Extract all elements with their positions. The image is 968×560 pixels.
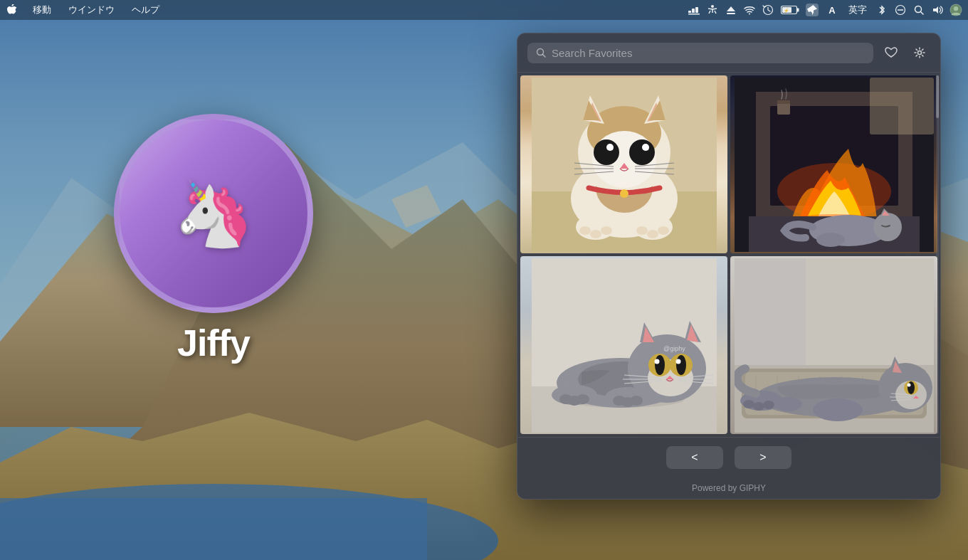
svg-point-101 xyxy=(654,359,659,364)
svg-rect-12 xyxy=(695,7,698,13)
do-not-disturb-icon[interactable] xyxy=(894,4,907,16)
svg-rect-6 xyxy=(0,498,427,560)
powered-by-footer: Powered by GIPHY xyxy=(517,477,940,499)
menubar-left: 移動 ウインドウ ヘルプ xyxy=(6,2,162,18)
menu-item-window[interactable]: ウインドウ xyxy=(65,2,117,18)
eject-icon[interactable] xyxy=(725,4,737,16)
nav-bar: < > xyxy=(517,437,940,477)
battery-icon[interactable]: ⚡ xyxy=(780,4,800,16)
prev-page-button[interactable]: < xyxy=(666,446,723,469)
svg-point-51 xyxy=(645,147,648,150)
svg-point-29 xyxy=(954,6,958,11)
svg-text:⚡: ⚡ xyxy=(784,8,789,14)
svg-point-82 xyxy=(816,233,845,247)
svg-point-59 xyxy=(620,189,628,198)
svg-point-62 xyxy=(579,226,591,235)
gif-cell-cat-lounging[interactable] xyxy=(730,256,937,434)
app-name-label: Jiffy xyxy=(177,322,250,364)
pinned-icon[interactable] xyxy=(806,4,819,16)
unicorn-icon: 🦄 xyxy=(174,181,253,245)
svg-point-65 xyxy=(636,226,648,235)
svg-rect-85 xyxy=(777,100,790,104)
gif-container: @giphy xyxy=(517,73,940,437)
menu-item-help[interactable]: ヘルプ xyxy=(129,2,162,18)
svg-rect-83 xyxy=(870,78,934,134)
svg-point-114 xyxy=(577,394,589,404)
svg-point-145 xyxy=(743,400,754,408)
apple-menu-icon[interactable] xyxy=(6,4,19,16)
favorites-heart-button[interactable] xyxy=(880,42,902,63)
gif-grid: @giphy xyxy=(517,73,940,437)
svg-point-64 xyxy=(601,226,612,235)
search-icon xyxy=(536,48,546,58)
svg-rect-10 xyxy=(688,11,691,13)
svg-point-147 xyxy=(763,401,774,409)
svg-point-117 xyxy=(630,396,643,406)
app-icon-container: 🦄 Jiffy xyxy=(114,114,313,364)
docker-icon[interactable] xyxy=(688,4,700,16)
text-input-icon[interactable]: A xyxy=(824,4,840,16)
jiffy-panel: @giphy xyxy=(517,33,941,500)
svg-line-31 xyxy=(543,55,546,58)
input-method-label[interactable]: 英字 xyxy=(846,2,870,18)
search-input[interactable] xyxy=(552,47,865,59)
app-icon[interactable]: 🦄 xyxy=(114,114,313,313)
menubar: 移動 ウインドウ ヘルプ xyxy=(0,0,968,20)
svg-point-14 xyxy=(711,5,714,8)
scrollbar-track[interactable] xyxy=(936,75,939,434)
svg-rect-20 xyxy=(797,9,799,12)
svg-rect-73 xyxy=(756,92,770,220)
svg-point-66 xyxy=(647,230,658,238)
svg-point-46 xyxy=(594,139,619,165)
svg-point-17 xyxy=(749,14,750,15)
gif-cell-cat-sitting[interactable] xyxy=(520,75,727,253)
svg-line-26 xyxy=(921,12,924,15)
svg-point-67 xyxy=(658,226,669,235)
gif-cell-fireplace[interactable] xyxy=(730,75,937,253)
wifi-icon[interactable] xyxy=(743,4,756,16)
gif-cell-cat-crouching[interactable]: @giphy xyxy=(520,256,727,434)
svg-point-63 xyxy=(590,230,601,238)
svg-point-50 xyxy=(609,147,613,150)
svg-point-99 xyxy=(655,355,665,375)
bluetooth-icon[interactable] xyxy=(875,4,888,16)
next-page-button[interactable]: > xyxy=(735,446,791,469)
spotlight-icon[interactable] xyxy=(912,4,925,16)
control-center-icon[interactable] xyxy=(949,4,962,16)
svg-rect-11 xyxy=(692,9,695,13)
svg-text:@giphy: @giphy xyxy=(663,345,685,352)
svg-marker-27 xyxy=(933,6,938,14)
svg-rect-13 xyxy=(688,14,700,15)
svg-point-148 xyxy=(813,398,863,421)
svg-marker-15 xyxy=(727,6,735,11)
svg-point-47 xyxy=(629,139,655,165)
settings-gear-button[interactable] xyxy=(909,42,930,63)
scrollbar-thumb[interactable] xyxy=(936,75,939,118)
menubar-right: ⚡ A 英字 xyxy=(688,2,962,18)
svg-rect-16 xyxy=(727,13,735,14)
svg-point-146 xyxy=(753,402,764,411)
menu-item-activity[interactable]: 移動 xyxy=(30,2,54,18)
svg-rect-149 xyxy=(735,258,806,365)
search-input-wrapper[interactable] xyxy=(527,43,873,63)
svg-point-138 xyxy=(907,383,910,386)
svg-point-32 xyxy=(918,51,922,55)
svg-point-102 xyxy=(675,359,680,364)
time-machine-icon[interactable] xyxy=(762,4,774,16)
svg-point-144 xyxy=(774,397,802,411)
volume-icon[interactable] xyxy=(931,4,944,16)
accessibility-icon[interactable] xyxy=(706,4,719,16)
search-bar xyxy=(517,33,940,73)
svg-point-100 xyxy=(676,355,686,375)
